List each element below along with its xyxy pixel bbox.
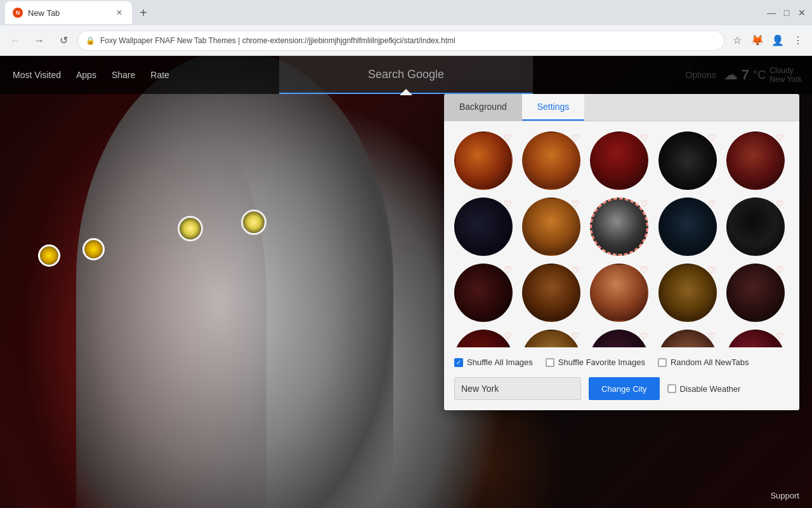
- random-newtabs-option[interactable]: Random All NewTabs: [658, 358, 749, 367]
- support-link[interactable]: Support: [770, 491, 799, 500]
- list-item[interactable]: ♡: [658, 264, 719, 322]
- shuffle-favorites-checkbox[interactable]: [546, 358, 554, 367]
- nav-bar: ← → ↺ 🔒 Foxy Wallpaper FNAF New Tab Them…: [0, 25, 812, 56]
- minimize-button[interactable]: —: [766, 8, 776, 18]
- favorite-icon[interactable]: ♡: [776, 133, 784, 143]
- tab-settings[interactable]: Settings: [522, 94, 585, 121]
- list-item[interactable]: ♡: [590, 197, 650, 256]
- character-right: [76, 56, 393, 508]
- favorite-icon[interactable]: ♡: [572, 199, 580, 209]
- list-item[interactable]: ♡: [726, 131, 787, 190]
- favorite-icon[interactable]: ♡: [504, 265, 512, 275]
- list-item[interactable]: ♡: [522, 197, 582, 256]
- shuffle-favorites-option[interactable]: Shuffle Favorite Images: [546, 358, 645, 367]
- list-item[interactable]: ♡: [522, 131, 582, 190]
- favorite-icon[interactable]: ♡: [776, 265, 784, 275]
- list-item[interactable]: ♡: [726, 197, 787, 256]
- list-item[interactable]: ♡: [658, 330, 719, 347]
- list-item[interactable]: ♡: [590, 264, 650, 322]
- eye-left-2: [82, 238, 105, 260]
- disable-weather-label: Disable Weather: [680, 384, 741, 394]
- list-item[interactable]: ♡: [522, 264, 582, 322]
- search-caret: [400, 89, 412, 95]
- tab-title: New Tab: [28, 8, 60, 18]
- settings-panel: Background Settings ♡ ♡ ♡: [444, 94, 799, 410]
- title-bar: N New Tab ✕ + — □ ✕: [0, 0, 812, 25]
- favorite-icon[interactable]: ♡: [572, 265, 580, 275]
- favorite-icon[interactable]: ♡: [708, 265, 716, 275]
- extension-icon[interactable]: 🦊: [749, 32, 766, 50]
- city-row: Change City Disable Weather: [454, 375, 789, 400]
- list-item[interactable]: ♡: [590, 330, 650, 347]
- disable-weather-option[interactable]: Disable Weather: [667, 384, 741, 394]
- favorite-icon[interactable]: ♡: [708, 133, 716, 143]
- favorite-icon[interactable]: ♡: [708, 331, 716, 341]
- favorite-icon[interactable]: ♡: [504, 331, 512, 341]
- close-button[interactable]: ✕: [797, 8, 807, 18]
- disable-weather-checkbox[interactable]: [667, 384, 676, 393]
- favorite-icon[interactable]: ♡: [572, 331, 580, 341]
- search-input[interactable]: [279, 56, 533, 94]
- lock-icon: 🔒: [86, 36, 95, 45]
- favorite-icon[interactable]: ♡: [776, 331, 784, 341]
- list-item[interactable]: ♡: [522, 330, 582, 347]
- favorite-icon[interactable]: ♡: [504, 199, 512, 209]
- list-item[interactable]: ♡: [726, 330, 787, 347]
- favorite-icon[interactable]: ♡: [640, 331, 648, 341]
- favorite-icon[interactable]: ♡: [640, 133, 648, 143]
- favorite-icon[interactable]: ♡: [504, 133, 512, 143]
- change-city-button[interactable]: Change City: [589, 377, 660, 400]
- list-item[interactable]: ♡: [590, 131, 650, 190]
- share-link[interactable]: Share: [112, 70, 135, 80]
- profile-button[interactable]: 👤: [769, 32, 787, 50]
- refresh-button[interactable]: ↺: [53, 30, 74, 51]
- window-controls: — □ ✕: [766, 8, 807, 18]
- maximize-button[interactable]: □: [782, 8, 792, 18]
- list-item[interactable]: ♡: [454, 197, 514, 256]
- shuffle-favorites-label: Shuffle Favorite Images: [558, 358, 645, 367]
- apps-link[interactable]: Apps: [76, 70, 96, 80]
- panel-content: ♡ ♡ ♡ ♡ ♡: [444, 121, 799, 410]
- active-tab[interactable]: N New Tab ✕: [5, 1, 132, 24]
- random-newtabs-checkbox[interactable]: [658, 358, 667, 367]
- bookmark-button[interactable]: ☆: [728, 32, 746, 50]
- favorite-icon[interactable]: ♡: [708, 199, 716, 209]
- most-visited-link[interactable]: Most Visited: [13, 70, 61, 80]
- panel-tabs: Background Settings: [444, 94, 799, 121]
- eye-left-1: [38, 244, 60, 267]
- new-tab-button[interactable]: +: [134, 4, 152, 22]
- rate-link[interactable]: Rate: [150, 70, 169, 80]
- list-item[interactable]: ♡: [454, 131, 514, 190]
- shuffle-all-checkbox[interactable]: ✓: [454, 358, 463, 367]
- address-bar[interactable]: 🔒 Foxy Wallpaper FNAF New Tab Themes | c…: [77, 30, 724, 51]
- tab-background[interactable]: Background: [444, 94, 522, 121]
- eye-right-1: [178, 216, 203, 241]
- favorite-icon[interactable]: ♡: [572, 133, 580, 143]
- image-grid: ♡ ♡ ♡ ♡ ♡: [454, 131, 789, 347]
- shuffle-all-label: Shuffle All Images: [467, 358, 533, 367]
- list-item[interactable]: ♡: [454, 264, 514, 322]
- forward-button[interactable]: →: [29, 30, 49, 51]
- back-button[interactable]: ←: [5, 30, 25, 51]
- nav-actions: ☆ 🦊 👤 ⋮: [728, 32, 807, 50]
- random-newtabs-label: Random All NewTabs: [671, 358, 749, 367]
- favorite-icon[interactable]: ♡: [640, 265, 648, 275]
- content-area: Most Visited Apps Share Rate Options ☁ 7…: [0, 56, 812, 508]
- shuffle-all-option[interactable]: ✓ Shuffle All Images: [454, 358, 533, 367]
- tab-close-button[interactable]: ✕: [114, 8, 124, 18]
- nav-links: Most Visited Apps Share Rate: [13, 70, 169, 80]
- tab-favicon: N: [13, 8, 23, 18]
- list-item[interactable]: ♡: [726, 264, 787, 322]
- menu-button[interactable]: ⋮: [789, 32, 807, 50]
- shuffle-options-row: ✓ Shuffle All Images Shuffle Favorite Im…: [454, 347, 789, 375]
- search-container: [279, 56, 533, 94]
- favorite-icon[interactable]: ♡: [640, 199, 648, 209]
- list-item[interactable]: ♡: [454, 330, 514, 347]
- address-text: Foxy Wallpaper FNAF New Tab Themes | chr…: [100, 36, 716, 45]
- city-input[interactable]: [454, 377, 581, 400]
- list-item[interactable]: ♡: [658, 197, 719, 256]
- favorite-icon[interactable]: ♡: [776, 199, 784, 209]
- eye-right-2: [241, 210, 266, 235]
- list-item[interactable]: ♡: [658, 131, 719, 190]
